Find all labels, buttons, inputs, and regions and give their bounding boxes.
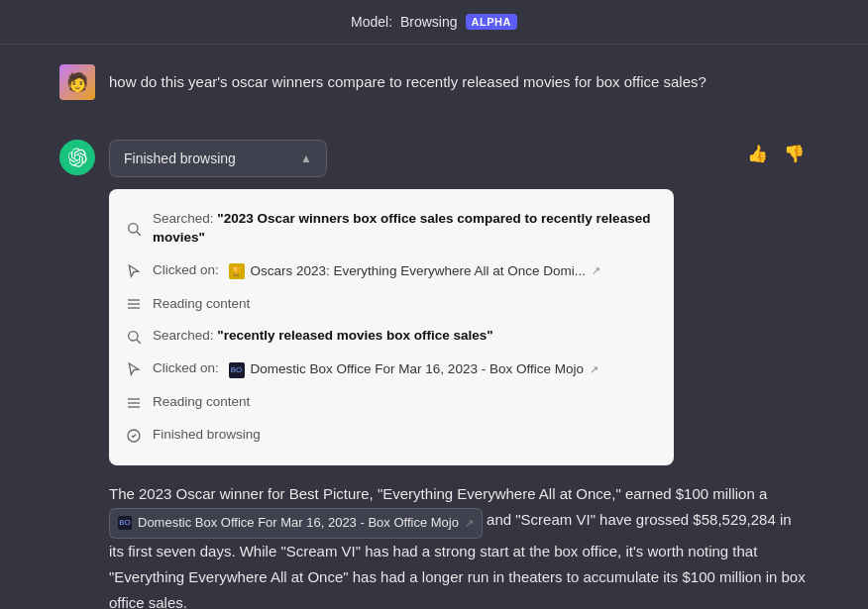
clicked-link-2[interactable]: BO Domestic Box Office For Mar 16, 2023 … — [229, 360, 598, 379]
svg-line-1 — [137, 232, 141, 236]
browsing-dropdown[interactable]: Finished browsing ▲ — [109, 140, 327, 177]
alpha-badge: ALPHA — [466, 14, 517, 30]
search-query-1: "2023 Oscar winners box office sales com… — [153, 211, 650, 245]
user-avatar-image: 🧑 — [59, 64, 95, 100]
thumbs-down-button[interactable]: 👎 — [780, 140, 809, 168]
browsing-details-panel: Searched: "2023 Oscar winners box office… — [109, 189, 674, 465]
finished-label: Finished browsing — [153, 426, 658, 445]
reading-row-1: Reading content — [125, 288, 658, 321]
finished-row: Finished browsing — [125, 419, 658, 452]
click-label-1: Clicked on: 🏆 Oscars 2023: Everything Ev… — [153, 261, 658, 281]
chatgpt-logo-icon — [67, 148, 87, 167]
checkmark-icon — [125, 427, 143, 445]
boxoffice-favicon-1: BO — [229, 362, 245, 378]
list-icon-1 — [125, 295, 143, 313]
reading-label-1: Reading content — [153, 295, 658, 314]
svg-point-5 — [129, 332, 138, 341]
chevron-up-icon: ▲ — [300, 152, 312, 165]
user-message: 🧑 how do this year's oscar winners compa… — [59, 45, 809, 120]
clicked-link-text-1: Oscars 2023: Everything Everywhere All a… — [251, 262, 586, 281]
external-link-icon-inline: ↗ — [465, 514, 474, 533]
click-row-1: Clicked on: 🏆 Oscars 2023: Everything Ev… — [125, 254, 658, 288]
browsing-header[interactable]: Finished browsing ▲ — [110, 141, 326, 176]
search-icon-1 — [125, 220, 143, 238]
click-row-2: Clicked on: BO Domestic Box Office For M… — [125, 353, 658, 386]
reading-row-2: Reading content — [125, 386, 658, 419]
action-buttons: 👍 👎 — [743, 140, 809, 168]
browsing-header-text: Finished browsing — [124, 151, 236, 166]
ai-message: Finished browsing ▲ Searched: "2023 Osca… — [59, 120, 809, 609]
oscars-favicon-1: 🏆 — [229, 263, 245, 279]
search-label-2: Searched: "recently released movies box … — [153, 327, 658, 346]
response-text-part1: The 2023 Oscar winner for Best Picture, … — [109, 485, 767, 502]
top-bar: Model: Browsing ALPHA — [0, 0, 868, 45]
boxoffice-favicon-inline: BO — [118, 516, 132, 530]
model-label: Model: Browsing — [351, 14, 458, 30]
svg-line-6 — [137, 340, 141, 344]
cursor-icon-1 — [125, 262, 143, 280]
external-link-icon-1: ↗ — [592, 263, 600, 278]
ai-response-text: The 2023 Oscar winner for Best Picture, … — [109, 481, 809, 609]
thumbs-up-button[interactable]: 👍 — [743, 140, 772, 168]
ai-avatar — [59, 140, 95, 175]
user-avatar: 🧑 — [59, 64, 95, 100]
ai-content: Finished browsing ▲ Searched: "2023 Osca… — [109, 140, 809, 609]
search-label-1: Searched: "2023 Oscar winners box office… — [153, 210, 658, 248]
reading-label-2: Reading content — [153, 393, 658, 412]
inline-source-link[interactable]: BO Domestic Box Office For Mar 16, 2023 … — [109, 508, 483, 539]
clicked-link-text-2: Domestic Box Office For Mar 16, 2023 - B… — [251, 360, 584, 379]
user-message-text: how do this year's oscar winners compare… — [109, 64, 706, 94]
list-icon-2 — [125, 394, 143, 412]
search-icon-2 — [125, 328, 143, 346]
search-row-2: Searched: "recently released movies box … — [125, 320, 658, 353]
svg-point-0 — [129, 224, 138, 233]
inline-link-text: Domestic Box Office For Mar 16, 2023 - B… — [138, 512, 459, 535]
messages-container: 🧑 how do this year's oscar winners compa… — [0, 45, 868, 609]
cursor-icon-2 — [125, 360, 143, 378]
click-label-2: Clicked on: BO Domestic Box Office For M… — [153, 359, 658, 379]
search-query-2: "recently released movies box office sal… — [217, 328, 492, 343]
clicked-link-1[interactable]: 🏆 Oscars 2023: Everything Everywhere All… — [229, 262, 600, 281]
search-row-1: Searched: "2023 Oscar winners box office… — [125, 203, 658, 254]
external-link-icon-2: ↗ — [590, 362, 598, 377]
